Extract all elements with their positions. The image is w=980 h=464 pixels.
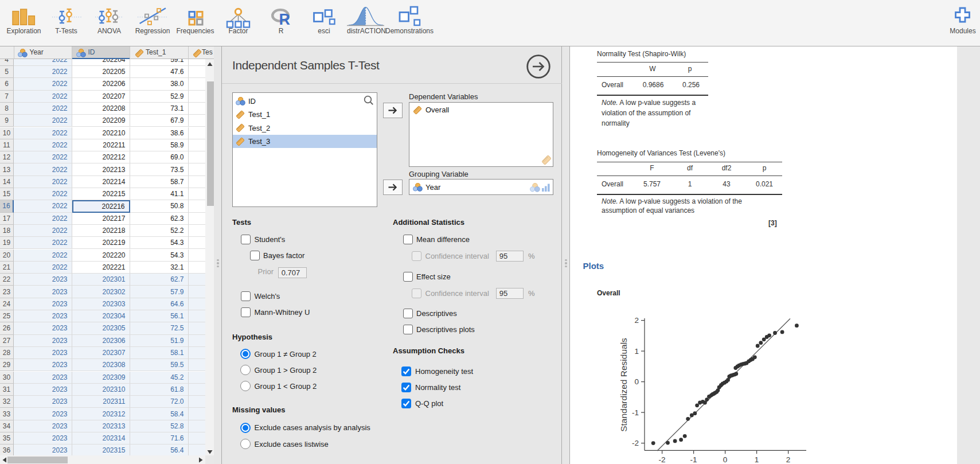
svg-text:Standardized Residuals: Standardized Residuals [619, 338, 628, 432]
svg-text:1: 1 [755, 455, 759, 464]
svg-text:1: 1 [634, 347, 639, 356]
svg-text:0: 0 [634, 377, 639, 386]
svg-text:-1: -1 [632, 408, 639, 417]
svg-text:2: 2 [786, 455, 791, 464]
svg-text:-2: -2 [632, 439, 639, 447]
svg-text:0: 0 [723, 455, 728, 464]
svg-text:2: 2 [634, 316, 639, 325]
svg-text:-1: -1 [690, 455, 697, 464]
svg-text:-2: -2 [659, 455, 666, 464]
